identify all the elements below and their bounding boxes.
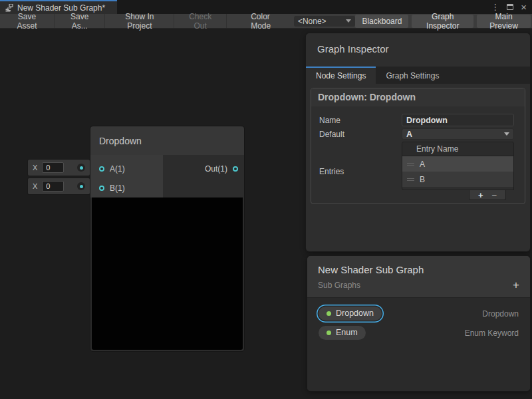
inspector-title: Graph Inspector	[306, 33, 530, 66]
blackboard-item-enum: Enum Enum Keyword	[319, 325, 519, 340]
input-port-a-icon[interactable]	[99, 166, 104, 172]
color-mode-label: Color Mode	[251, 12, 289, 31]
default-dropdown[interactable]: A	[402, 128, 514, 140]
add-entry-button[interactable]: +	[478, 191, 483, 200]
entries-list-header: Entry Name	[402, 142, 513, 156]
tab-graph-settings[interactable]: Graph Settings	[376, 66, 449, 84]
entries-label: Entries	[319, 142, 402, 176]
entry-row-b[interactable]: B	[402, 172, 513, 187]
property-pill-enum[interactable]: Enum	[319, 326, 366, 340]
window-maximize-icon[interactable]	[507, 4, 513, 10]
chevron-down-icon	[504, 132, 509, 136]
property-pill-dropdown[interactable]: Dropdown	[319, 307, 382, 321]
name-input[interactable]: Dropdown	[402, 114, 514, 126]
axis-label: X	[33, 182, 37, 190]
save-as-button[interactable]: Save As...	[55, 14, 105, 28]
node-dropdown[interactable]: Dropdown A(1) B(1) Out(1)	[90, 126, 244, 351]
chevron-down-icon	[346, 19, 351, 23]
property-type-label: Enum Keyword	[465, 329, 519, 338]
graph-inspector-toggle-button[interactable]: Graph Inspector	[412, 15, 473, 28]
entries-list-container: Entry Name A B	[402, 142, 514, 200]
port-value-widget-b[interactable]: X 0	[28, 178, 90, 194]
default-row: Default A	[319, 128, 514, 140]
output-port-row: Out(1)	[163, 159, 244, 178]
entries-row: Entries Entry Name A B	[319, 142, 514, 200]
entry-name: B	[420, 175, 425, 184]
entry-row-a[interactable]: A	[402, 156, 513, 172]
dropdown-settings-box: Dropdown: Dropdown Name Dropdown Default…	[311, 88, 525, 204]
property-pill-label: Enum	[336, 328, 358, 337]
blackboard-title: New Shader Sub Graph	[318, 264, 519, 275]
value-field-a[interactable]: 0	[42, 162, 64, 173]
graph-inspector-panel: Graph Inspector Node Settings Graph Sett…	[306, 33, 530, 251]
toolbar-toggles: Blackboard Graph Inspector Main Preview	[355, 15, 531, 28]
name-row: Name Dropdown	[319, 114, 514, 126]
show-in-project-button[interactable]: Show In Project	[105, 14, 174, 28]
shader-graph-window: New Shader Sub Graph* ⋮ × Save Asset Sav…	[0, 0, 532, 399]
axis-label: X	[33, 164, 37, 172]
property-dot-icon	[327, 331, 331, 335]
node-preview-frame	[90, 198, 244, 351]
default-label: Default	[319, 130, 402, 139]
input-port-b-label: B(1)	[110, 184, 125, 193]
entries-list: Entry Name A B	[402, 142, 514, 190]
blackboard-item-dropdown: Dropdown Dropdown	[319, 306, 519, 321]
node-input-section: A(1) B(1)	[90, 155, 163, 198]
connector-dot-icon	[77, 164, 85, 172]
output-port-icon[interactable]	[233, 166, 238, 172]
color-mode-value: <None>	[298, 17, 327, 26]
node-preview	[92, 198, 243, 350]
inspector-tabs: Node Settings Graph Settings	[306, 66, 530, 84]
name-label: Name	[319, 116, 402, 125]
property-dot-icon	[327, 311, 331, 316]
drag-handle-icon[interactable]	[407, 178, 414, 181]
connector-dot-icon	[77, 182, 85, 190]
check-out-button: Check Out	[174, 14, 227, 28]
input-port-row-a: A(1)	[90, 159, 163, 178]
port-value-widget-a[interactable]: X 0	[28, 160, 90, 176]
input-port-b-icon[interactable]	[99, 186, 104, 191]
main-preview-toggle-button[interactable]: Main Preview	[477, 15, 531, 28]
save-asset-button[interactable]: Save Asset	[0, 14, 55, 28]
blackboard-panel: New Shader Sub Graph Sub Graphs + Dropdo…	[307, 256, 530, 391]
blackboard-body: Dropdown Dropdown Enum Enum Keyword	[307, 298, 530, 391]
color-mode-dropdown[interactable]: <None>	[294, 16, 356, 27]
inspector-content: Dropdown: Dropdown Name Dropdown Default…	[306, 84, 530, 251]
input-port-row-b: B(1)	[90, 178, 163, 198]
default-dropdown-value: A	[406, 130, 412, 139]
window-menu-icon[interactable]: ⋮	[491, 3, 499, 11]
add-property-button[interactable]: +	[513, 279, 519, 291]
graph-toolbar: Save Asset Save As... Show In Project Ch…	[0, 14, 532, 29]
document-tab-title: New Shader Sub Graph*	[17, 3, 105, 13]
entries-list-padding	[402, 187, 513, 190]
drag-handle-icon[interactable]	[407, 163, 414, 166]
settings-box-title: Dropdown: Dropdown	[311, 88, 525, 106]
blackboard-header: New Shader Sub Graph Sub Graphs +	[307, 256, 530, 298]
shader-graph-icon	[5, 4, 13, 12]
tab-node-settings[interactable]: Node Settings	[306, 66, 376, 84]
entries-list-footer: + −	[469, 190, 506, 200]
entry-name: A	[420, 160, 425, 169]
node-title[interactable]: Dropdown	[90, 126, 244, 155]
window-close-icon[interactable]: ×	[521, 2, 527, 12]
property-pill-label: Dropdown	[336, 309, 374, 318]
blackboard-subtitle: Sub Graphs	[318, 281, 360, 290]
value-field-b[interactable]: 0	[42, 181, 64, 192]
output-port-label: Out(1)	[205, 164, 227, 174]
settings-box-body: Name Dropdown Default A Entries	[311, 106, 525, 203]
blackboard-toggle-button[interactable]: Blackboard	[355, 15, 408, 28]
property-type-label: Dropdown	[482, 309, 519, 319]
node-ports: A(1) B(1) Out(1)	[90, 155, 244, 198]
node-output-section: Out(1)	[163, 155, 244, 198]
input-port-a-label: A(1)	[110, 164, 125, 174]
remove-entry-button[interactable]: −	[491, 191, 497, 200]
blackboard-subrow: Sub Graphs +	[318, 279, 519, 291]
